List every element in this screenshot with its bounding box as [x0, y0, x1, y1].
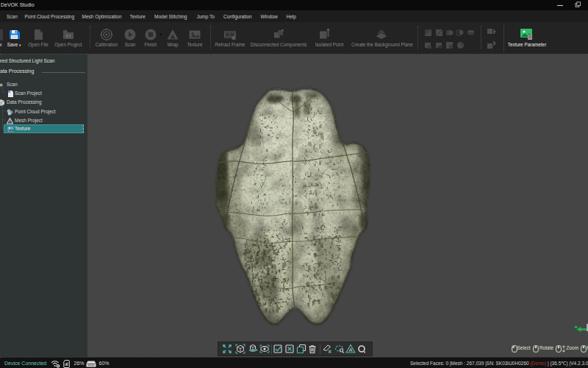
svg-text:PJ: PJ: [66, 34, 71, 38]
svg-text:A: A: [349, 347, 353, 353]
